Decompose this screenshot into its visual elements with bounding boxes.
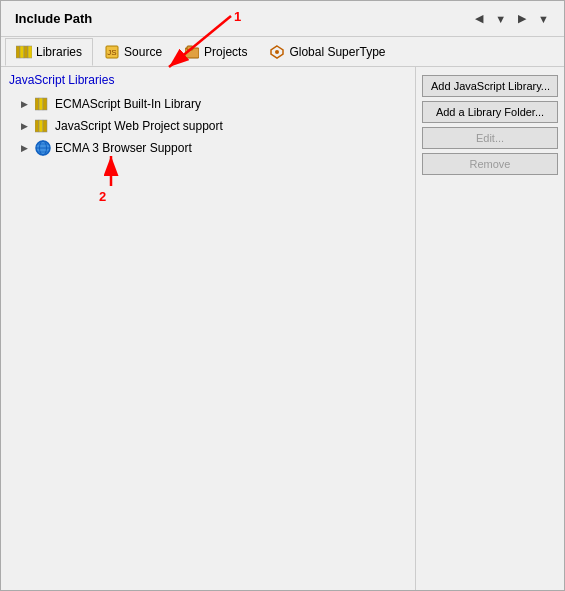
tree-item-ecmascript[interactable]: ▶ ECMAScript Built-In Library <box>1 93 415 115</box>
main-content: JavaScript Libraries ▶ ECMAScript Built-… <box>1 67 564 590</box>
forward-button[interactable]: ▶ <box>513 9 531 28</box>
projects-icon <box>184 44 200 60</box>
window-title: Include Path <box>15 11 92 26</box>
global-supertype-icon <box>269 44 285 60</box>
tabs-bar: Libraries JS Source Projects <box>1 37 564 67</box>
include-path-window: Include Path ◀ ▼ ▶ ▼ Libraries <box>0 0 565 591</box>
remove-button[interactable]: Remove <box>422 153 558 175</box>
left-panel: JavaScript Libraries ▶ ECMAScript Built-… <box>1 67 416 590</box>
tab-projects[interactable]: Projects <box>173 38 258 66</box>
svg-rect-1 <box>20 46 24 58</box>
right-panel: Add JavaScript Library... Add a Library … <box>416 67 564 590</box>
svg-rect-3 <box>28 46 32 58</box>
add-javascript-library-button[interactable]: Add JavaScript Library... <box>422 75 558 97</box>
source-icon: JS <box>104 44 120 60</box>
expand-js-web[interactable]: ▶ <box>17 119 31 133</box>
tab-global-supertype[interactable]: Global SuperType <box>258 38 396 66</box>
svg-text:JS: JS <box>107 48 116 57</box>
svg-rect-7 <box>187 46 193 50</box>
tab-source[interactable]: JS Source <box>93 38 173 66</box>
library-icon-ecmascript <box>35 96 51 112</box>
library-icon-js-web <box>35 118 51 134</box>
svg-rect-12 <box>43 98 47 110</box>
expand-ecma3[interactable]: ▶ <box>17 141 31 155</box>
title-bar-left: Include Path <box>15 11 92 26</box>
tab-global-supertype-label: Global SuperType <box>289 45 385 59</box>
tree-item-js-web[interactable]: ▶ JavaScript Web Project support <box>1 115 415 137</box>
tree-label-ecma3: ECMA 3 Browser Support <box>55 141 192 155</box>
title-bar-nav: ◀ ▼ ▶ ▼ <box>470 9 554 28</box>
tab-libraries-label: Libraries <box>36 45 82 59</box>
globe-icon-ecma3 <box>35 140 51 156</box>
svg-rect-13 <box>35 120 39 132</box>
svg-rect-15 <box>43 120 47 132</box>
svg-rect-2 <box>24 46 28 58</box>
edit-button[interactable]: Edit... <box>422 127 558 149</box>
tree-area: ▶ ECMAScript Built-In Library ▶ <box>1 91 415 590</box>
svg-rect-0 <box>16 46 20 58</box>
libraries-icon <box>16 44 32 60</box>
menu-dropdown-button[interactable]: ▼ <box>533 10 554 28</box>
svg-rect-10 <box>35 98 39 110</box>
title-bar: Include Path ◀ ▼ ▶ ▼ <box>1 1 564 37</box>
tree-label-ecmascript: ECMAScript Built-In Library <box>55 97 201 111</box>
svg-rect-14 <box>39 120 43 132</box>
expand-ecmascript[interactable]: ▶ <box>17 97 31 111</box>
tree-item-ecma3[interactable]: ▶ ECMA 3 Browser Support <box>1 137 415 159</box>
add-library-folder-button[interactable]: Add a Library Folder... <box>422 101 558 123</box>
svg-point-9 <box>275 50 279 54</box>
svg-rect-11 <box>39 98 43 110</box>
section-label: JavaScript Libraries <box>1 67 415 91</box>
tab-projects-label: Projects <box>204 45 247 59</box>
tab-libraries[interactable]: Libraries <box>5 38 93 66</box>
tree-label-js-web: JavaScript Web Project support <box>55 119 223 133</box>
dropdown-button[interactable]: ▼ <box>490 10 511 28</box>
back-button[interactable]: ◀ <box>470 9 488 28</box>
tab-source-label: Source <box>124 45 162 59</box>
